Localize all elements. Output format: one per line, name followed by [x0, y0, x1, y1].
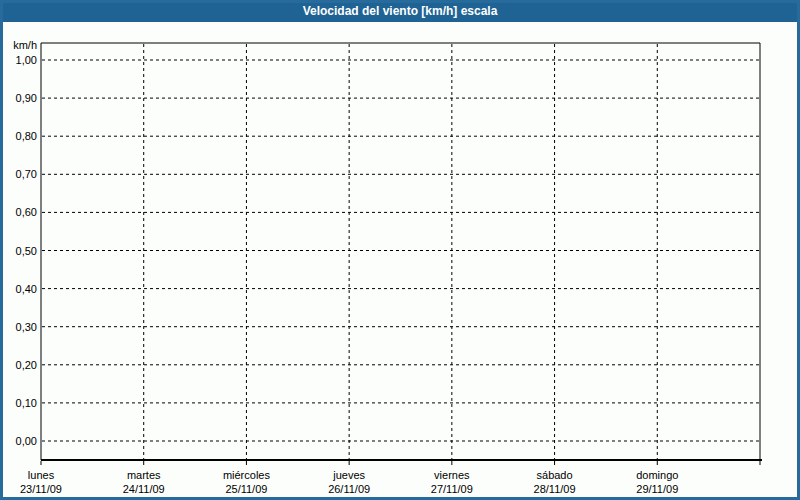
y-tick-label: 0,80 — [0, 129, 37, 143]
x-date-label: 24/11/09 — [89, 483, 199, 496]
y-tick-label: 0,70 — [0, 167, 37, 181]
x-day-label: viernes — [397, 469, 507, 482]
y-tick-label: 0,60 — [0, 205, 37, 219]
x-day-label: lunes — [0, 469, 96, 482]
y-axis-unit-label: km/h — [0, 38, 37, 52]
chart-title: Velocidad del viento [km/h] escala — [303, 4, 498, 18]
x-day-label: domingo — [602, 469, 712, 482]
x-date-label: 26/11/09 — [294, 483, 404, 496]
y-tick-label: 0,10 — [0, 396, 37, 410]
y-tick-label: 0,30 — [0, 320, 37, 334]
x-day-label: miércoles — [191, 469, 301, 482]
y-tick-label: 0,90 — [0, 91, 37, 105]
plot-grid — [0, 0, 800, 500]
y-tick-label: 0,00 — [0, 434, 37, 448]
x-date-label: 25/11/09 — [191, 483, 301, 496]
x-date-label: 29/11/09 — [602, 483, 712, 496]
x-day-label: sábado — [500, 469, 610, 482]
x-date-label: 27/11/09 — [397, 483, 507, 496]
y-tick-label: 1,00 — [0, 53, 37, 67]
y-tick-label: 0,50 — [0, 244, 37, 258]
x-date-label: 23/11/09 — [0, 483, 96, 496]
y-tick-label: 0,20 — [0, 358, 37, 372]
x-date-label: 28/11/09 — [500, 483, 610, 496]
x-day-label: martes — [89, 469, 199, 482]
y-tick-label: 0,40 — [0, 282, 37, 296]
chart-title-bar: Velocidad del viento [km/h] escala — [0, 0, 800, 22]
chart-window: Velocidad del viento [km/h] escala km/h … — [0, 0, 800, 500]
x-day-label: jueves — [294, 469, 404, 482]
